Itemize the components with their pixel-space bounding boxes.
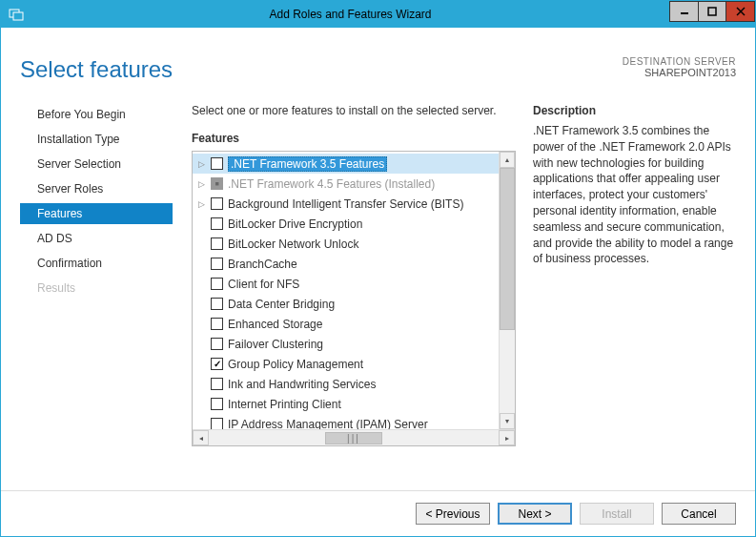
feature-label: Failover Clustering: [228, 338, 323, 351]
minimize-button[interactable]: [669, 1, 698, 22]
feature-checkbox[interactable]: [211, 177, 223, 190]
expand-icon[interactable]: ▷: [196, 159, 206, 169]
svg-rect-3: [708, 8, 716, 15]
feature-checkbox[interactable]: [211, 318, 223, 330]
feature-item[interactable]: ▷Background Intelligent Transfer Service…: [193, 194, 499, 214]
feature-checkbox[interactable]: [211, 398, 223, 410]
content-area: Select features DESTINATION SERVER SHARE…: [1, 28, 755, 490]
wizard-sidebar: Before You BeginInstallation TypeServer …: [20, 104, 173, 490]
hscroll-thumb[interactable]: |||: [325, 432, 382, 444]
feature-label: Enhanced Storage: [228, 318, 322, 331]
feature-checkbox[interactable]: [211, 358, 223, 370]
sidebar-item-installation-type[interactable]: Installation Type: [20, 129, 173, 150]
install-button[interactable]: Install: [580, 503, 654, 525]
feature-item[interactable]: ▷.NET Framework 3.5 Features: [193, 154, 499, 174]
hscroll-track[interactable]: |||: [209, 430, 499, 445]
sidebar-item-features[interactable]: Features: [20, 203, 173, 224]
feature-checkbox[interactable]: [211, 418, 223, 429]
features-tree: ▷.NET Framework 3.5 Features▷.NET Framew…: [192, 151, 516, 446]
destination-name: SHAREPOINT2013: [623, 67, 736, 78]
feature-checkbox[interactable]: [211, 238, 223, 250]
scroll-left-arrow[interactable]: ◂: [193, 430, 209, 445]
feature-label: .NET Framework 4.5 Features (Installed): [228, 177, 435, 191]
feature-label: Group Policy Management: [228, 358, 363, 371]
feature-checkbox[interactable]: [211, 298, 223, 310]
feature-label: Internet Printing Client: [228, 398, 341, 411]
destination-label: DESTINATION SERVER: [623, 56, 736, 67]
feature-checkbox[interactable]: [211, 217, 223, 230]
scroll-up-arrow[interactable]: ▴: [500, 152, 515, 168]
instruction-text: Select one or more features to install o…: [192, 104, 516, 117]
sidebar-item-ad-ds[interactable]: AD DS: [20, 228, 173, 249]
feature-item[interactable]: ▷Ink and Handwriting Services: [193, 374, 499, 394]
scroll-track[interactable]: [500, 330, 515, 413]
feature-label: BitLocker Drive Encryption: [228, 217, 362, 231]
description-label: Description: [533, 104, 736, 117]
feature-label: Ink and Handwriting Services: [228, 378, 376, 391]
wizard-window: Add Roles and Features Wizard Select fea…: [0, 0, 756, 537]
feature-checkbox[interactable]: [211, 197, 223, 210]
expand-icon[interactable]: ▷: [196, 179, 206, 189]
horizontal-scrollbar[interactable]: ◂ ||| ▸: [193, 429, 515, 445]
expand-icon[interactable]: ▷: [196, 199, 206, 209]
feature-item[interactable]: ▷BranchCache: [193, 254, 499, 274]
feature-label: Data Center Bridging: [228, 298, 335, 311]
destination-server: DESTINATION SERVER SHAREPOINT2013: [623, 56, 736, 78]
titlebar: Add Roles and Features Wizard: [1, 1, 755, 28]
sidebar-item-server-roles[interactable]: Server Roles: [20, 178, 173, 199]
svg-rect-1: [13, 12, 23, 20]
feature-item[interactable]: ▷BitLocker Drive Encryption: [193, 214, 499, 234]
feature-label: IP Address Management (IPAM) Server: [228, 418, 428, 430]
body-row: Before You BeginInstallation TypeServer …: [20, 104, 736, 490]
feature-item[interactable]: ▷Data Center Bridging: [193, 294, 499, 314]
maximize-button[interactable]: [698, 1, 726, 22]
feature-item[interactable]: ▷BitLocker Network Unlock: [193, 234, 499, 254]
tree-list: ▷.NET Framework 3.5 Features▷.NET Framew…: [193, 152, 499, 429]
feature-checkbox[interactable]: [211, 258, 223, 270]
app-icon: [7, 5, 26, 24]
vertical-scrollbar[interactable]: ▴ ▾: [499, 152, 515, 429]
description-text: .NET Framework 3.5 combines the power of…: [533, 123, 736, 267]
feature-label: Client for NFS: [228, 278, 299, 291]
page-title: Select features: [20, 56, 173, 83]
features-label: Features: [192, 132, 516, 145]
description-column: Description .NET Framework 3.5 combines …: [533, 104, 736, 490]
feature-item[interactable]: ▷Failover Clustering: [193, 334, 499, 354]
sidebar-item-results: Results: [20, 278, 173, 299]
next-button[interactable]: Next >: [498, 503, 572, 525]
header-row: Select features DESTINATION SERVER SHARE…: [20, 56, 736, 83]
window-buttons: [669, 1, 755, 22]
feature-item[interactable]: ▷Enhanced Storage: [193, 314, 499, 334]
scroll-thumb[interactable]: [500, 168, 515, 330]
window-title: Add Roles and Features Wizard: [31, 8, 669, 21]
tree-scroll-area: ▷.NET Framework 3.5 Features▷.NET Framew…: [193, 152, 515, 429]
cancel-button[interactable]: Cancel: [662, 503, 736, 525]
scroll-right-arrow[interactable]: ▸: [499, 430, 515, 445]
feature-item[interactable]: ▷IP Address Management (IPAM) Server: [193, 414, 499, 429]
feature-checkbox[interactable]: [211, 278, 223, 290]
feature-label: .NET Framework 3.5 Features: [228, 156, 387, 172]
feature-label: BranchCache: [228, 258, 297, 271]
feature-checkbox[interactable]: [211, 378, 223, 390]
feature-item[interactable]: ▷Group Policy Management: [193, 354, 499, 374]
sidebar-item-before-you-begin[interactable]: Before You Begin: [20, 104, 173, 125]
feature-item[interactable]: ▷Internet Printing Client: [193, 394, 499, 414]
feature-item[interactable]: ▷Client for NFS: [193, 274, 499, 294]
feature-label: BitLocker Network Unlock: [228, 238, 358, 251]
previous-button[interactable]: < Previous: [416, 503, 490, 525]
scroll-down-arrow[interactable]: ▾: [500, 413, 515, 429]
sidebar-item-confirmation[interactable]: Confirmation: [20, 253, 173, 274]
feature-checkbox[interactable]: [211, 338, 223, 350]
button-row: < Previous Next > Install Cancel: [1, 490, 755, 536]
feature-item[interactable]: ▷.NET Framework 4.5 Features (Installed): [193, 174, 499, 194]
features-column: Select one or more features to install o…: [192, 104, 516, 490]
main-panel: Select one or more features to install o…: [192, 104, 736, 490]
feature-label: Background Intelligent Transfer Service …: [228, 197, 463, 211]
close-button[interactable]: [726, 1, 755, 22]
feature-checkbox[interactable]: [211, 157, 223, 170]
sidebar-item-server-selection[interactable]: Server Selection: [20, 154, 173, 175]
